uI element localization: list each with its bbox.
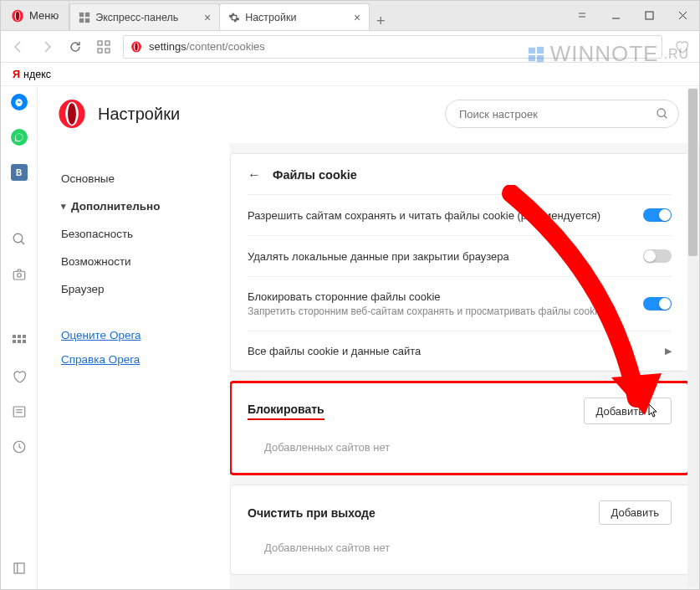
- yandex-bar[interactable]: Яндекс: [1, 63, 699, 86]
- option-label: Разрешить сайтам сохранять и читать файл…: [248, 209, 643, 222]
- block-empty-text: Добавленных сайтов нет: [248, 424, 672, 457]
- svg-rect-30: [13, 407, 25, 417]
- sidenav-security[interactable]: Безопасность: [61, 220, 222, 248]
- svg-rect-6: [85, 18, 89, 22]
- speed-dial-icon: [79, 12, 90, 23]
- toggle-allow-cookies[interactable]: [643, 208, 672, 222]
- svg-rect-28: [18, 340, 21, 343]
- settings-sidenav: Основные ▾Дополнительно Безопасность Воз…: [38, 143, 230, 589]
- speed-dial-button[interactable]: [95, 38, 113, 56]
- tab-strip: Экспресс-панель × Настройки × +: [69, 1, 565, 30]
- close-window-button[interactable]: [666, 1, 699, 30]
- sidenav-rate-link[interactable]: Оцените Opera: [61, 323, 222, 347]
- url-host: settings: [149, 40, 186, 53]
- tab-speed-dial[interactable]: Экспресс-панель ×: [69, 3, 220, 30]
- svg-point-20: [13, 233, 23, 243]
- whatsapp-icon[interactable]: [10, 128, 28, 146]
- reload-button[interactable]: [66, 38, 84, 56]
- scroll-thumb[interactable]: [688, 89, 697, 256]
- block-title: Блокировать: [248, 403, 324, 420]
- all-cookies-link[interactable]: Все файлы cookie и данные сайта ▶: [248, 331, 672, 371]
- svg-rect-29: [23, 340, 26, 343]
- panel-scroll-area[interactable]: ← Файлы cookie Разрешить сайтам сохранят…: [230, 143, 699, 589]
- new-tab-button[interactable]: +: [369, 13, 392, 30]
- settings-search-wrap: [445, 100, 679, 128]
- camera-icon[interactable]: [10, 265, 28, 284]
- opera-icon: [11, 9, 24, 23]
- panel-title: Файлы cookie: [273, 168, 357, 182]
- dock-button[interactable]: [565, 1, 599, 30]
- gear-icon: [228, 12, 240, 23]
- svg-rect-14: [105, 41, 110, 45]
- main-area: B Настройки Основные ▾Дополнительно Безо…: [1, 86, 699, 589]
- minimize-button[interactable]: [599, 1, 632, 30]
- option-label: Блокировать сторонние файлы cookie: [248, 290, 635, 303]
- close-icon[interactable]: ×: [204, 11, 211, 24]
- messenger-icon[interactable]: [10, 93, 28, 111]
- sidenav-browser[interactable]: Браузер: [61, 275, 222, 303]
- address-bar: settings/content/cookies: [1, 31, 699, 63]
- block-section: Блокировать Добавить Добавленных сайтов …: [230, 382, 689, 475]
- content-area: Настройки Основные ▾Дополнительно Безопа…: [38, 86, 699, 589]
- expand-rail-icon[interactable]: [10, 559, 28, 577]
- svg-rect-34: [14, 563, 24, 573]
- search-icon: [656, 107, 669, 121]
- svg-rect-16: [105, 49, 110, 53]
- add-clear-button[interactable]: Добавить: [599, 500, 672, 525]
- row-link-label: Все файлы cookie и данные сайта: [248, 345, 421, 357]
- url-path: /content/cookies: [186, 40, 265, 53]
- cursor-icon: [647, 403, 659, 418]
- sidenav-advanced[interactable]: ▾Дополнительно: [61, 192, 222, 220]
- window-controls: [565, 1, 699, 30]
- svg-line-40: [664, 115, 667, 118]
- svg-rect-26: [23, 335, 26, 338]
- scrollbar[interactable]: [687, 88, 698, 587]
- body-row: Основные ▾Дополнительно Безопасность Воз…: [38, 143, 699, 589]
- back-arrow-icon[interactable]: ←: [248, 167, 261, 182]
- search-rail-icon[interactable]: [10, 230, 28, 249]
- sidebar-rail: B: [1, 86, 38, 589]
- tab-settings[interactable]: Настройки ×: [219, 3, 370, 30]
- cookies-panel: ← Файлы cookie Разрешить сайтам сохранят…: [230, 153, 689, 372]
- toggle-delete-on-close[interactable]: [643, 249, 672, 263]
- page-title: Настройки: [98, 105, 180, 124]
- clear-title: Очистить при выходе: [248, 506, 376, 520]
- close-icon[interactable]: ×: [354, 11, 360, 24]
- svg-rect-15: [98, 49, 102, 53]
- yandex-letter: Я: [13, 69, 20, 80]
- svg-rect-3: [79, 12, 84, 16]
- forward-button[interactable]: [38, 38, 56, 56]
- back-button[interactable]: [9, 38, 28, 56]
- url-input[interactable]: settings/content/cookies: [123, 35, 662, 59]
- add-block-button[interactable]: Добавить: [584, 398, 672, 424]
- option-sublabel: Запретить сторонним веб-сайтам сохранять…: [248, 305, 635, 317]
- option-allow-cookies: Разрешить сайтам сохранять и читать файл…: [248, 194, 672, 235]
- bookmark-button[interactable]: [672, 38, 691, 56]
- opera-icon: [130, 41, 142, 53]
- panel-header: ← Файлы cookie: [248, 154, 672, 194]
- tab-label: Экспресс-панель: [95, 12, 178, 23]
- vk-icon[interactable]: B: [10, 163, 28, 182]
- grid-icon[interactable]: [10, 332, 28, 351]
- history-icon[interactable]: [10, 438, 28, 456]
- chevron-down-icon: ▾: [61, 201, 66, 212]
- sidenav-help-link[interactable]: Справка Opera: [61, 347, 222, 372]
- menu-button[interactable]: Меню: [1, 1, 69, 30]
- yandex-text: ндекс: [23, 69, 51, 80]
- svg-point-39: [657, 109, 665, 116]
- svg-point-38: [68, 103, 76, 125]
- settings-search-input[interactable]: [445, 100, 679, 128]
- maximize-button[interactable]: [632, 1, 666, 30]
- svg-rect-27: [13, 340, 16, 343]
- sidenav-features[interactable]: Возможности: [61, 248, 222, 275]
- svg-point-2: [16, 11, 19, 20]
- svg-point-23: [17, 274, 21, 278]
- toggle-block-third-party[interactable]: [643, 297, 672, 310]
- svg-rect-10: [646, 12, 653, 19]
- sidenav-main[interactable]: Основные: [61, 165, 222, 192]
- svg-line-21: [21, 241, 24, 244]
- heart-rail-icon[interactable]: [10, 367, 28, 386]
- page-header: Настройки: [38, 86, 699, 143]
- news-icon[interactable]: [10, 403, 28, 421]
- option-label: Удалять локальные данные при закрытии бр…: [248, 250, 643, 263]
